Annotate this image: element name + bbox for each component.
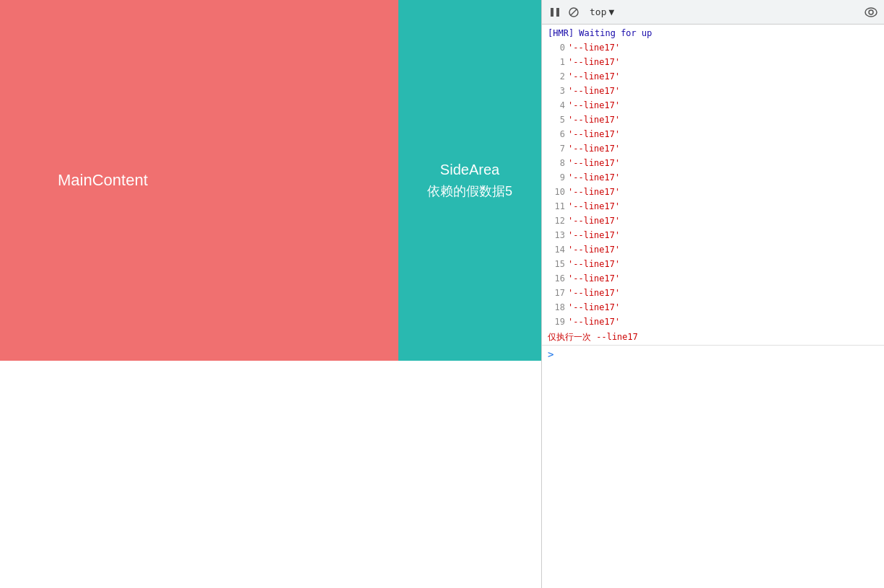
list-item: 1'--line17'	[542, 56, 884, 71]
app-container: MainContent SideArea 依赖的假数据5	[0, 0, 541, 361]
main-content: MainContent	[0, 0, 398, 361]
list-item: 2'--line17'	[542, 71, 884, 85]
list-item: 13'--line17'	[542, 229, 884, 244]
list-item: 12'--line17'	[542, 215, 884, 229]
list-item: 0'--line17'	[542, 42, 884, 56]
side-area-subtitle: 依赖的假数据5	[427, 183, 512, 200]
side-area-title: SideArea	[440, 162, 499, 178]
below-app	[0, 361, 541, 588]
list-item: 19'--line17'	[542, 316, 884, 330]
svg-rect-0	[551, 8, 553, 17]
svg-line-3	[571, 9, 577, 15]
top-label: top	[590, 6, 606, 17]
block-icon[interactable]	[566, 5, 581, 19]
devtools-panel: top ▼ [HMR] Waiting for up 0'--line17' 1…	[541, 0, 884, 588]
list-item: 18'--line17'	[542, 302, 884, 316]
list-item: 6'--line17'	[542, 128, 884, 143]
list-item: 8'--line17'	[542, 157, 884, 172]
prompt-arrow-icon: >	[548, 348, 553, 360]
main-content-label: MainContent	[58, 171, 148, 190]
list-item: 10'--line17'	[542, 186, 884, 201]
list-item: 15'--line17'	[542, 258, 884, 273]
svg-rect-1	[556, 8, 559, 17]
console-prompt[interactable]: >	[542, 346, 884, 363]
devtools-toolbar: top ▼	[542, 0, 884, 25]
play-icon[interactable]	[548, 5, 562, 19]
devtools-console[interactable]: [HMR] Waiting for up 0'--line17' 1'--lin…	[542, 25, 884, 588]
hmr-message-line: [HMR] Waiting for up	[542, 27, 884, 42]
once-message-text: 仅执行一次 --line17	[548, 331, 638, 343]
list-item: 3'--line17'	[542, 85, 884, 100]
dropdown-arrow-icon: ▼	[608, 6, 614, 17]
list-item: 7'--line17'	[542, 143, 884, 157]
svg-point-5	[869, 10, 873, 14]
list-item: 5'--line17'	[542, 114, 884, 128]
top-dropdown[interactable]: top ▼	[585, 5, 618, 19]
list-item: 17'--line17'	[542, 287, 884, 302]
eye-icon[interactable]	[864, 5, 878, 19]
browser-area: MainContent SideArea 依赖的假数据5	[0, 0, 541, 588]
once-message-line: 仅执行一次 --line17	[542, 330, 884, 345]
hmr-message-text: [HMR] Waiting for up	[548, 28, 652, 38]
list-item: 14'--line17'	[542, 244, 884, 258]
list-item: 11'--line17'	[542, 201, 884, 215]
list-item: 4'--line17'	[542, 100, 884, 114]
svg-point-4	[865, 8, 877, 17]
list-item: 9'--line17'	[542, 172, 884, 186]
list-item: 16'--line17'	[542, 273, 884, 287]
side-area: SideArea 依赖的假数据5	[398, 0, 541, 361]
